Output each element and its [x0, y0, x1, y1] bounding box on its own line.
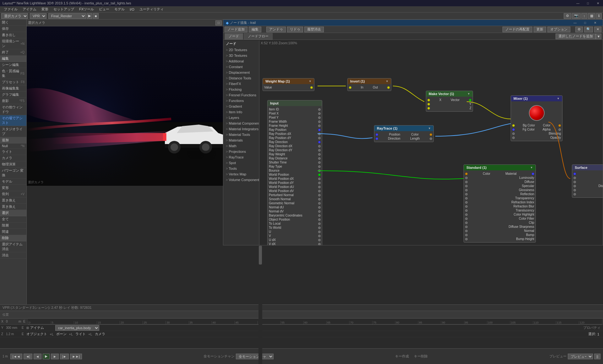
node-list-functions[interactable]: Functions: [223, 98, 259, 104]
invert-node[interactable]: Invert (1) ▼ In Out: [347, 78, 391, 91]
world-pos-dx-port[interactable]: [318, 178, 321, 180]
make-vector-z-port[interactable]: [427, 107, 430, 110]
btn-new-scene[interactable]: 現環境シーン+N: [0, 38, 26, 49]
btn-surface-edit[interactable]: 色・質感編集FS: [0, 68, 26, 79]
std-bump-port[interactable]: [465, 234, 468, 236]
mixer-alpha-port-out[interactable]: [558, 128, 561, 131]
standard-node[interactable]: Standard (1) ▼ Color Material Luminosity: [464, 164, 536, 243]
std-luminosity-port[interactable]: [465, 177, 468, 179]
item-id-port[interactable]: [318, 108, 321, 111]
transport-prev-btn[interactable]: ◄: [34, 354, 41, 359]
mixer-color-port-out[interactable]: [558, 124, 561, 127]
mixer-fg-color-port-in[interactable]: [512, 128, 515, 131]
node-list-scrollbar-thumb[interactable]: [259, 246, 262, 265]
ne-clear-history-btn[interactable]: 履歴消去: [304, 27, 324, 32]
surface-material-port-in[interactable]: [573, 173, 576, 175]
bounce-port[interactable]: [318, 169, 321, 172]
frame-height-port[interactable]: [318, 125, 321, 127]
ray-type-port[interactable]: [318, 165, 321, 168]
surface-node[interactable]: Surface ▼ Material Normal Bump: [572, 164, 603, 198]
btn-export[interactable]: 書き出し: [0, 32, 26, 38]
frame-width-port[interactable]: [318, 120, 321, 123]
raytrace-position-port-in[interactable]: [376, 133, 378, 136]
node-list-2d-textures[interactable]: 2D Textures: [223, 47, 259, 53]
node-list-raytrace[interactable]: RayTrace: [223, 154, 259, 160]
normal-dv-port[interactable]: [318, 210, 321, 213]
btn-scene-edit[interactable]: シーン編集: [0, 62, 26, 68]
camera-select[interactable]: 選択カメラ: [1, 13, 28, 19]
item-select[interactable]: car_inertia_plus.body: [55, 325, 99, 331]
export-icon-btn[interactable]: ↑: [581, 13, 588, 19]
raytrace-direction-port-in[interactable]: [376, 137, 378, 140]
node-editor-maximize[interactable]: □: [580, 20, 590, 26]
btn-replace1[interactable]: 置き換え: [0, 197, 26, 204]
make-vector-x-port[interactable]: [427, 99, 430, 101]
mixer-bg-color-port-in[interactable]: [512, 124, 515, 127]
tab-node[interactable]: ノード: [225, 33, 243, 40]
std-color-highlight-port[interactable]: [465, 213, 468, 216]
btn-select-all[interactable]: 全て: [0, 216, 26, 222]
btn-image-edit[interactable]: 画像編集集: [0, 85, 26, 92]
mixer-blending-port-in[interactable]: [512, 132, 515, 135]
btn-preset[interactable]: プリセットF8: [0, 79, 26, 85]
btn-skeleton[interactable]: 骨列+V: [0, 191, 26, 197]
surface-displacement-port-in[interactable]: [573, 185, 576, 187]
pixel-x-port[interactable]: [318, 112, 321, 115]
std-refraction-blur-port[interactable]: [465, 205, 468, 208]
info-icon-btn[interactable]: ℹ: [596, 13, 602, 19]
std-color-filter-port[interactable]: [465, 217, 468, 220]
world-pos-dv-port[interactable]: [318, 190, 321, 192]
std-diffuse-port[interactable]: [465, 181, 468, 183]
geometric-normal-port[interactable]: [318, 202, 321, 205]
node-list-scrollbar[interactable]: [258, 245, 262, 364]
ray-position-dx-port[interactable]: [318, 133, 321, 135]
node-list-fresnel[interactable]: Fresnel Functions: [223, 92, 259, 98]
menu-io[interactable]: I/O: [127, 6, 137, 13]
ne-update-btn[interactable]: 更新: [534, 27, 546, 32]
node-list-item-info[interactable]: Item Info: [223, 109, 259, 115]
std-refraction-index-port[interactable]: [465, 201, 468, 204]
perturbed-normal-port[interactable]: [318, 194, 321, 196]
btn-studio-live[interactable]: スタジオライブ: [0, 126, 26, 137]
make-vector-y-port[interactable]: [427, 103, 430, 105]
menu-item[interactable]: アイテム: [20, 6, 39, 13]
node-list-fiberfx[interactable]: FiberFX: [223, 81, 259, 87]
section-select[interactable]: 選択: [0, 210, 26, 216]
u-port[interactable]: [318, 231, 321, 233]
standard-material-port-out[interactable]: [532, 173, 534, 175]
mixer-opacity-port-in[interactable]: [512, 136, 515, 139]
node-list-material-components[interactable]: Material Components: [223, 120, 259, 126]
v-port[interactable]: [318, 235, 321, 237]
ne-search-icon[interactable]: 🔍: [584, 27, 593, 32]
invert-in-port[interactable]: [349, 86, 351, 89]
menu-model[interactable]: モデル: [112, 6, 127, 13]
std-glossiness-port[interactable]: [465, 189, 468, 191]
std-normal-port[interactable]: [465, 230, 468, 232]
raytrace-length-port-out[interactable]: [430, 137, 432, 140]
input-node[interactable]: Input Item ID Pixel X Pixel Y: [267, 100, 322, 245]
object-position-port[interactable]: [318, 218, 321, 221]
mixer-node[interactable]: Mixer (1) ▼ Bg Color Color: [511, 95, 562, 141]
mixer-menu-btn[interactable]: ▼: [557, 97, 560, 100]
minimize-button[interactable]: —: [573, 0, 583, 6]
standard-menu-btn[interactable]: ▼: [530, 166, 533, 169]
btn-graph-edit[interactable]: グラフ編集: [0, 92, 26, 98]
raytrace-node[interactable]: RayTrace (1) ▼ Position Color Direction …: [374, 125, 434, 142]
ne-add-node-btn[interactable]: ノード追加: [225, 27, 247, 32]
node-list-vertex-map[interactable]: Vertex Map: [223, 171, 259, 177]
node-list-flocking[interactable]: Flocking: [223, 87, 259, 92]
smooth-normal-port[interactable]: [318, 198, 321, 201]
btn-null[interactable]: Null^N: [0, 143, 26, 149]
weight-map-menu-btn[interactable]: ▼: [309, 80, 312, 83]
surface-opengl-port-in[interactable]: [573, 193, 576, 195]
node-list-materials[interactable]: Materials: [223, 137, 259, 143]
node-list-material-integrators[interactable]: Material Integrators: [223, 126, 259, 132]
node-list-volume-components[interactable]: Volume Components: [223, 177, 259, 183]
ne-edit-btn[interactable]: 編集: [249, 27, 261, 32]
btn-camera[interactable]: カメラ: [0, 155, 26, 161]
camera-icon-btn[interactable]: 📷: [572, 13, 581, 19]
ne-options-btn[interactable]: オプション: [547, 27, 570, 32]
node-canvas[interactable]: X:52 Y:103 Zoom:100%: [259, 40, 603, 245]
close-button[interactable]: ✕: [593, 0, 603, 6]
standard-color-port-in[interactable]: [465, 173, 468, 175]
